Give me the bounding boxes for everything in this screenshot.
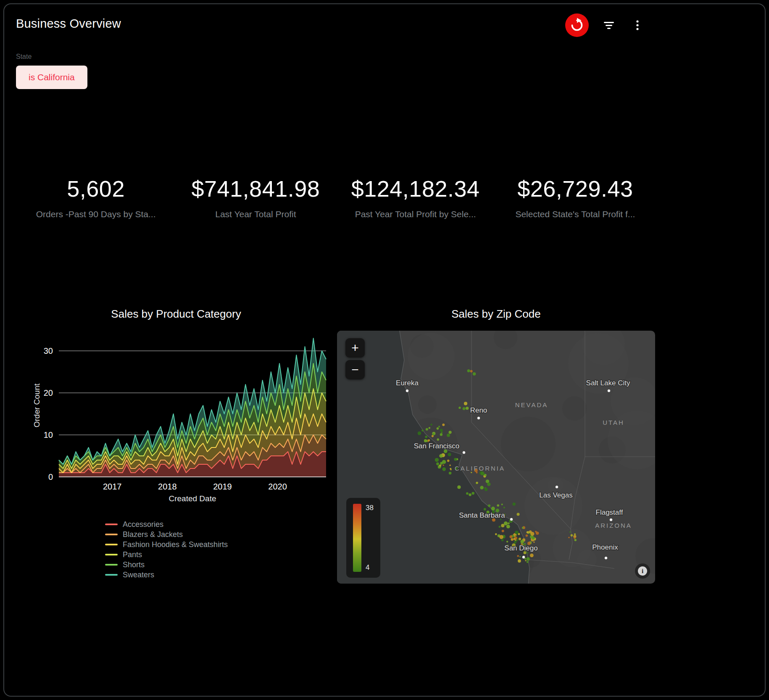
- svg-text:30: 30: [44, 346, 53, 355]
- refresh-button[interactable]: [565, 13, 589, 37]
- legend-swatch-icon: [105, 534, 118, 535]
- refresh-icon: [565, 13, 589, 37]
- legend-scale-labels: 38 4: [366, 504, 374, 572]
- svg-text:0: 0: [48, 472, 53, 482]
- svg-text:2020: 2020: [268, 482, 287, 491]
- chart-title: Sales by Product Category: [16, 308, 336, 321]
- legend-item: Blazers & Jackets: [105, 529, 336, 539]
- legend-swatch-icon: [105, 524, 118, 525]
- legend-swatch-icon: [105, 554, 118, 555]
- category-area-chart[interactable]: 01020302017201820192020Order Count: [33, 331, 327, 494]
- legend-min: 4: [366, 563, 374, 572]
- svg-text:Flagstaff: Flagstaff: [596, 508, 623, 516]
- svg-text:10: 10: [44, 430, 53, 439]
- svg-text:20: 20: [44, 388, 53, 397]
- dashboard-content: Business Overview: [16, 4, 655, 696]
- zip-code-map[interactable]: NEVADAUTAHCALIFORNIAARIZONAEurekaRenoSal…: [337, 331, 655, 584]
- svg-text:CALIFORNIA: CALIFORNIA: [455, 465, 505, 472]
- legend-label: Blazers & Jackets: [123, 530, 183, 539]
- legend-label: Accessories: [123, 520, 163, 529]
- kpi-label: Selected State's Total Profit f...: [495, 209, 655, 219]
- legend-label: Sweaters: [123, 571, 154, 579]
- chart-legend: AccessoriesBlazers & JacketsFashion Hood…: [105, 519, 336, 580]
- svg-text:Santa Barbara: Santa Barbara: [459, 511, 505, 519]
- map-zoom-controls: + −: [345, 338, 365, 379]
- legend-label: Shorts: [123, 561, 145, 569]
- info-icon: i: [638, 566, 647, 576]
- filter-field-label: State: [16, 53, 32, 61]
- legend-swatch-icon: [105, 564, 118, 566]
- legend-item: Pants: [105, 550, 336, 560]
- kpi-value: 5,602: [16, 176, 176, 202]
- legend-item: Sweaters: [105, 570, 336, 580]
- svg-text:Las Vegas: Las Vegas: [539, 491, 572, 499]
- svg-text:San Francisco: San Francisco: [414, 442, 460, 450]
- page-title: Business Overview: [16, 17, 121, 31]
- svg-text:UTAH: UTAH: [603, 419, 624, 426]
- legend-swatch-icon: [105, 544, 118, 545]
- legend-label: Pants: [123, 550, 142, 559]
- legend-gradient-bar: [353, 504, 361, 572]
- map-color-legend: 38 4: [346, 498, 380, 578]
- header-actions: [565, 13, 655, 37]
- legend-label: Fashion Hoodies & Sweatshirts: [123, 540, 228, 549]
- filter-button[interactable]: [600, 17, 617, 34]
- more-vert-icon: [629, 17, 646, 34]
- map-zoom-in-button[interactable]: +: [345, 338, 365, 358]
- legend-max: 38: [366, 504, 374, 512]
- state-filter-chip[interactable]: is California: [16, 66, 87, 89]
- map-svg: NEVADAUTAHCALIFORNIAARIZONAEurekaRenoSal…: [337, 331, 655, 584]
- kpi-value: $26,729.43: [495, 176, 655, 202]
- svg-text:Order Count: Order Count: [33, 383, 41, 427]
- x-axis-title: Created Date: [59, 494, 326, 503]
- map-chart-panel: Sales by Zip Code NEVADAUTAHCALIFORNIAAR…: [337, 308, 655, 584]
- svg-text:2017: 2017: [103, 482, 122, 491]
- kpi-value: $741,841.98: [176, 176, 335, 202]
- map-info-button[interactable]: i: [635, 563, 650, 579]
- more-options-button[interactable]: [629, 17, 646, 34]
- svg-text:San Diego: San Diego: [504, 544, 537, 552]
- area-chart-svg: 01020302017201820192020Order Count: [33, 331, 327, 492]
- scorecard-selected-state-profit: $26,729.43 Selected State's Total Profit…: [495, 176, 655, 219]
- dashboard-frame: Business Overview: [3, 3, 766, 697]
- filter-list-icon: [600, 17, 617, 34]
- scorecard-past-year-profit: $124,182.34 Past Year Total Profit by Se…: [336, 176, 495, 219]
- svg-text:2018: 2018: [158, 482, 177, 491]
- header: Business Overview: [16, 13, 655, 37]
- svg-text:Salt Lake City: Salt Lake City: [586, 379, 630, 387]
- svg-text:Phoenix: Phoenix: [592, 543, 618, 551]
- chart-title: Sales by Zip Code: [337, 308, 655, 321]
- legend-swatch-icon: [105, 574, 118, 576]
- kpi-row: 5,602 Orders -Past 90 Days by Sta... $74…: [16, 176, 655, 219]
- kpi-label: Last Year Total Profit: [176, 209, 335, 219]
- kpi-label: Past Year Total Profit by Sele...: [336, 209, 495, 219]
- scorecard-orders: 5,602 Orders -Past 90 Days by Sta...: [16, 176, 176, 219]
- svg-text:ARIZONA: ARIZONA: [595, 522, 632, 529]
- legend-item: Fashion Hoodies & Sweatshirts: [105, 539, 336, 550]
- svg-text:NEVADA: NEVADA: [515, 401, 548, 408]
- kpi-value: $124,182.34: [336, 176, 495, 202]
- svg-text:Reno: Reno: [470, 406, 487, 414]
- kpi-label: Orders -Past 90 Days by Sta...: [16, 209, 176, 219]
- legend-item: Accessories: [105, 519, 336, 529]
- scorecard-last-year-profit: $741,841.98 Last Year Total Profit: [176, 176, 335, 219]
- legend-item: Shorts: [105, 560, 336, 570]
- svg-text:2019: 2019: [213, 482, 232, 491]
- map-zoom-out-button[interactable]: −: [345, 360, 365, 379]
- category-chart-panel: Sales by Product Category 01020302017201…: [16, 308, 336, 580]
- svg-text:Eureka: Eureka: [396, 379, 419, 387]
